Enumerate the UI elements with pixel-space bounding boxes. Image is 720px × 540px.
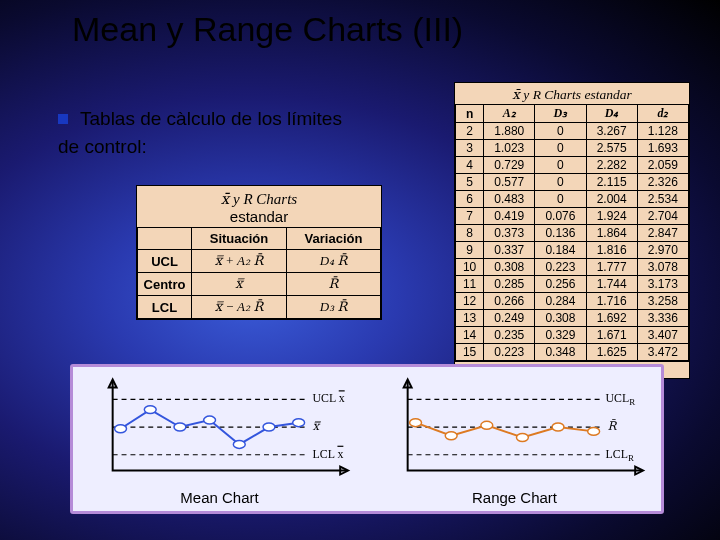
constants-row: 120.2660.2841.7163.258	[456, 293, 689, 310]
svg-point-16	[516, 434, 528, 442]
svg-point-14	[445, 432, 457, 440]
svg-point-8	[263, 423, 275, 431]
svg-point-17	[552, 423, 564, 431]
constants-col-1: A₂	[484, 105, 535, 123]
row-centro: Centro x̿ R̄	[138, 273, 381, 296]
constants-row: 40.72902.2822.059	[456, 157, 689, 174]
constants-row: 110.2850.2561.7443.173	[456, 276, 689, 293]
svg-point-3	[115, 425, 127, 433]
svg-point-5	[174, 423, 186, 431]
svg-point-15	[481, 421, 493, 429]
svg-point-9	[293, 419, 305, 427]
bullet-icon	[58, 114, 68, 124]
constants-row: 90.3370.1841.8162.970	[456, 242, 689, 259]
svg-point-4	[144, 406, 156, 414]
formula-table-heading: x̄ y R Charts estandar	[137, 186, 381, 227]
constants-col-4: d₂	[637, 105, 688, 123]
label-lcl-range: LCLR	[606, 447, 634, 463]
range-chart-title: Range Chart	[376, 489, 653, 506]
mean-chart: UCL x x̿ LCL x Mean Chart	[81, 371, 358, 509]
constants-col-2: D₃	[535, 105, 586, 123]
constants-col-0: n	[456, 105, 484, 123]
constants-row: 80.3730.1361.8642.847	[456, 225, 689, 242]
row-ucl: UCL x̿ + A₂ R̄ D₄ R̄	[138, 250, 381, 273]
constants-row: 150.2230.3481.6253.472	[456, 344, 689, 361]
formula-table-panel: x̄ y R Charts estandar Situación Variaci…	[136, 185, 382, 320]
bullet-line2: de control:	[58, 136, 147, 158]
constants-row: 70.4190.0761.9242.704	[456, 208, 689, 225]
constants-row: 21.88003.2671.128	[456, 123, 689, 140]
row-lcl: LCL x̿ − A₂ R̄ D₃ R̄	[138, 296, 381, 319]
constants-col-3: D₄	[586, 105, 637, 123]
constants-row: 100.3080.2231.7773.078	[456, 259, 689, 276]
formula-table: Situación Variación UCL x̿ + A₂ R̄ D₄ R̄…	[137, 227, 381, 319]
constants-row: 31.02302.5751.693	[456, 140, 689, 157]
svg-point-6	[204, 416, 216, 424]
label-ucl-range: UCLR	[606, 391, 636, 407]
constants-table-panel: x̄ y R Charts estandar nA₂D₃D₄d₂ 21.8800…	[454, 82, 690, 379]
constants-heading: x̄ y R Charts estandar	[455, 83, 689, 104]
range-chart: UCLR R̄ LCLR Range Chart	[376, 371, 653, 509]
svg-point-18	[588, 427, 600, 435]
svg-point-13	[410, 419, 422, 427]
charts-panel: UCL x x̿ LCL x Mean Chart UCLR R̄ LCLR R…	[70, 364, 664, 514]
label-center-mean: x̿	[312, 419, 321, 433]
svg-point-7	[233, 440, 245, 448]
constants-row: 60.48302.0042.534	[456, 191, 689, 208]
label-ucl-mean: UCL x	[312, 391, 344, 405]
bullet-text: Tablas de càlculo de los límites	[58, 108, 342, 130]
col-variacion: Variación	[286, 228, 380, 250]
col-situacion: Situación	[192, 228, 287, 250]
slide-title: Mean y Range Charts (III)	[72, 10, 463, 49]
constants-row: 140.2350.3291.6713.407	[456, 327, 689, 344]
label-center-range: R̄	[607, 419, 617, 433]
constants-row: 130.2490.3081.6923.336	[456, 310, 689, 327]
constants-row: 50.57702.1152.326	[456, 174, 689, 191]
constants-table: nA₂D₃D₄d₂ 21.88003.2671.12831.02302.5751…	[455, 104, 689, 361]
bullet-line1: Tablas de càlculo de los límites	[80, 108, 342, 129]
mean-chart-title: Mean Chart	[81, 489, 358, 506]
label-lcl-mean: LCL x	[312, 447, 343, 461]
